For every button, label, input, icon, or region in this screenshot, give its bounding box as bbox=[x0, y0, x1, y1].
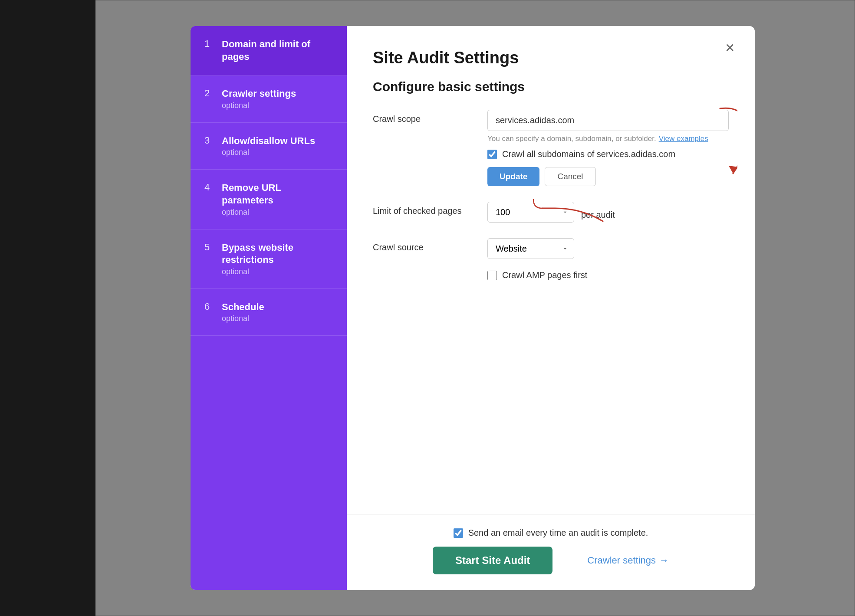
sidebar-item-1-content: Domain and limit of pages bbox=[222, 38, 333, 63]
crawl-scope-input[interactable] bbox=[487, 110, 729, 131]
sidebar-item-5-number: 5 bbox=[204, 242, 215, 253]
sidebar-item-allow-disallow[interactable]: 3 Allow/disallow URLs optional bbox=[191, 123, 347, 170]
email-checkbox-label: Send an email every time an audit is com… bbox=[468, 528, 648, 538]
email-checkbox[interactable] bbox=[454, 528, 463, 538]
sidebar-item-2-number: 2 bbox=[204, 88, 215, 99]
limit-pages-row: Limit of checked pages 100 500 1000 5000… bbox=[373, 202, 729, 223]
limit-select-wrapper: 100 500 1000 5000 10000 50000 100000 bbox=[487, 202, 574, 223]
crawl-source-label: Crawl source bbox=[373, 238, 477, 252]
amp-checkbox-row: Crawl AMP pages first bbox=[487, 270, 729, 280]
sidebar-item-6-number: 6 bbox=[204, 301, 215, 312]
sidebar-item-3-title: Allow/disallow URLs bbox=[222, 135, 315, 147]
svg-marker-0 bbox=[729, 166, 737, 174]
limit-pages-select[interactable]: 100 500 1000 5000 10000 50000 100000 bbox=[487, 202, 574, 223]
sidebar-item-4-title: Remove URL parameters bbox=[222, 182, 333, 206]
sidebar-item-6-title: Schedule bbox=[222, 301, 264, 314]
limit-pages-label: Limit of checked pages bbox=[373, 202, 477, 216]
arrow-icon: → bbox=[659, 555, 669, 566]
modal-bottom-bar: Send an email every time an audit is com… bbox=[347, 514, 755, 590]
start-site-audit-button[interactable]: Start Site Audit bbox=[433, 547, 552, 574]
sidebar-item-3-content: Allow/disallow URLs optional bbox=[222, 135, 315, 157]
helper-text-main: You can specify a domain, subdomain, or … bbox=[487, 134, 656, 143]
crawl-scope-field: You can specify a domain, subdomain, or … bbox=[487, 110, 729, 186]
sidebar-item-4-content: Remove URL parameters optional bbox=[222, 182, 333, 216]
subdomain-checkbox-label: Crawl all subdomains of services.adidas.… bbox=[502, 149, 675, 159]
sidebar-item-3-number: 3 bbox=[204, 135, 215, 146]
cancel-button[interactable]: Cancel bbox=[545, 167, 595, 186]
sidebar-item-bypass[interactable]: 5 Bypass website restrictions optional bbox=[191, 229, 347, 289]
email-checkbox-row: Send an email every time an audit is com… bbox=[454, 528, 648, 538]
crawl-source-row: Crawl source Website Sitemap Both bbox=[373, 238, 729, 259]
crawl-scope-label: Crawl scope bbox=[373, 110, 477, 124]
sidebar-item-domain[interactable]: 1 Domain and limit of pages bbox=[191, 26, 347, 75]
modal-title: Site Audit Settings bbox=[373, 49, 729, 67]
sidebar-item-schedule[interactable]: 6 Schedule optional bbox=[191, 289, 347, 336]
crawl-scope-helper: You can specify a domain, subdomain, or … bbox=[487, 134, 729, 143]
crawl-scope-btn-group: Update Cancel bbox=[487, 167, 729, 186]
section-title: Configure basic settings bbox=[373, 79, 729, 94]
sidebar-item-3-subtitle: optional bbox=[222, 148, 315, 157]
amp-checkbox[interactable] bbox=[487, 271, 497, 280]
sidebar-item-2-content: Crawler settings optional bbox=[222, 88, 296, 110]
sidebar-item-remove-url[interactable]: 4 Remove URL parameters optional bbox=[191, 170, 347, 229]
crawler-settings-link[interactable]: Crawler settings → bbox=[587, 555, 669, 566]
sidebar-item-crawler[interactable]: 2 Crawler settings optional bbox=[191, 75, 347, 123]
crawl-scope-row: Crawl scope You can specify a domain, su… bbox=[373, 110, 729, 186]
subdomain-checkbox[interactable] bbox=[487, 150, 497, 159]
sidebar-item-2-subtitle: optional bbox=[222, 101, 296, 110]
sidebar-item-5-content: Bypass website restrictions optional bbox=[222, 242, 333, 276]
sidebar-item-6-subtitle: optional bbox=[222, 314, 264, 323]
modal-sidebar: 1 Domain and limit of pages 2 Crawler se… bbox=[191, 26, 347, 590]
sidebar-item-6-content: Schedule optional bbox=[222, 301, 264, 324]
per-audit-text: per audit bbox=[581, 205, 615, 220]
amp-checkbox-label: Crawl AMP pages first bbox=[502, 270, 587, 280]
modal-main-content: ✕ Site Audit Settings Configure basic se… bbox=[347, 26, 755, 590]
sidebar-item-5-subtitle: optional bbox=[222, 267, 333, 276]
bottom-actions: Start Site Audit Crawler settings → bbox=[373, 547, 729, 574]
sidebar-item-1-title: Domain and limit of pages bbox=[222, 38, 333, 63]
sidebar-item-2-title: Crawler settings bbox=[222, 88, 296, 100]
site-audit-modal: 1 Domain and limit of pages 2 Crawler se… bbox=[191, 26, 755, 590]
view-examples-link[interactable]: View examples bbox=[659, 134, 708, 143]
sidebar-item-4-subtitle: optional bbox=[222, 208, 333, 217]
sidebar-item-1-number: 1 bbox=[204, 38, 215, 49]
sidebar-item-4-number: 4 bbox=[204, 182, 215, 193]
subdomain-checkbox-row: Crawl all subdomains of services.adidas.… bbox=[487, 149, 729, 159]
close-button[interactable]: ✕ bbox=[720, 38, 739, 57]
crawl-source-select-wrapper: Website Sitemap Both bbox=[487, 238, 574, 259]
sidebar-item-5-title: Bypass website restrictions bbox=[222, 242, 333, 266]
crawl-source-select[interactable]: Website Sitemap Both bbox=[487, 238, 574, 259]
update-button[interactable]: Update bbox=[487, 167, 539, 186]
crawler-settings-link-text: Crawler settings bbox=[587, 555, 656, 566]
